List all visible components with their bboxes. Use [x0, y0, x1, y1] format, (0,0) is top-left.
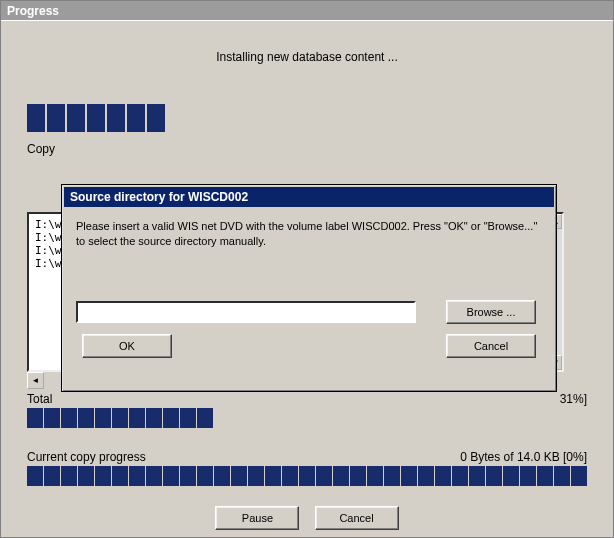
source-directory-dialog: Source directory for WISCD002 Please ins…: [61, 184, 557, 392]
progress-block: [112, 408, 128, 428]
progress-block: [27, 466, 43, 486]
dialog-titlebar: Source directory for WISCD002: [64, 187, 554, 207]
progress-block: [452, 466, 468, 486]
progress-block: [95, 466, 111, 486]
progress-block: [384, 466, 400, 486]
total-progress-label: Total: [27, 392, 52, 406]
progress-block: [214, 466, 230, 486]
scroll-left-icon[interactable]: ◄: [27, 372, 44, 389]
progress-block: [61, 408, 77, 428]
progress-block: [333, 466, 349, 486]
dialog-title: Source directory for WISCD002: [70, 190, 248, 204]
progress-block: [180, 466, 196, 486]
progress-block: [67, 104, 85, 132]
progress-block: [180, 408, 196, 428]
progress-block: [129, 408, 145, 428]
dialog-message: Please insert a valid WIS net DVD with t…: [76, 219, 542, 250]
top-progress-bar: [27, 104, 613, 132]
browse-button[interactable]: Browse ...: [446, 300, 536, 324]
progress-block: [231, 466, 247, 486]
progress-block: [95, 408, 111, 428]
horizontal-scrollbar[interactable]: ◄: [27, 372, 44, 389]
source-directory-input[interactable]: [76, 301, 416, 323]
progress-block: [163, 466, 179, 486]
window-titlebar: Progress: [1, 1, 613, 21]
progress-block: [61, 466, 77, 486]
progress-block: [401, 466, 417, 486]
window-title: Progress: [7, 4, 59, 18]
total-progress-bar: [27, 408, 213, 428]
progress-block: [27, 104, 45, 132]
progress-block: [197, 466, 213, 486]
progress-block: [435, 466, 451, 486]
total-progress-percent: 31%]: [560, 392, 587, 406]
dialog-body: Please insert a valid WIS net DVD with t…: [62, 209, 556, 368]
dialog-cancel-button[interactable]: Cancel: [446, 334, 536, 358]
status-heading: Installing new database content ...: [1, 50, 613, 64]
progress-block: [129, 466, 145, 486]
progress-block: [503, 466, 519, 486]
dialog-input-row: Browse ...: [76, 300, 542, 324]
progress-block: [78, 408, 94, 428]
cancel-button[interactable]: Cancel: [315, 506, 399, 530]
progress-block: [537, 466, 553, 486]
dialog-button-row: OK Cancel: [76, 334, 542, 358]
progress-block: [146, 466, 162, 486]
progress-block: [486, 466, 502, 486]
progress-block: [112, 466, 128, 486]
progress-block: [78, 466, 94, 486]
progress-block: [27, 408, 43, 428]
progress-block: [469, 466, 485, 486]
progress-block: [147, 104, 165, 132]
current-progress-label: Current copy progress: [27, 450, 146, 464]
progress-block: [107, 104, 125, 132]
progress-block: [418, 466, 434, 486]
current-progress-bar: [27, 466, 587, 486]
progress-block: [520, 466, 536, 486]
progress-block: [44, 408, 60, 428]
progress-block: [127, 104, 145, 132]
progress-block: [197, 408, 213, 428]
copy-label: Copy: [27, 142, 613, 156]
progress-block: [367, 466, 383, 486]
progress-block: [265, 466, 281, 486]
progress-block: [282, 466, 298, 486]
progress-block: [163, 408, 179, 428]
bottom-button-row: Pause Cancel: [1, 506, 613, 530]
pause-button[interactable]: Pause: [215, 506, 299, 530]
progress-block: [44, 466, 60, 486]
progress-block: [571, 466, 587, 486]
progress-block: [87, 104, 105, 132]
progress-block: [554, 466, 570, 486]
progress-block: [299, 466, 315, 486]
progress-block: [248, 466, 264, 486]
ok-button[interactable]: OK: [82, 334, 172, 358]
progress-block: [47, 104, 65, 132]
progress-window: Progress Installing new database content…: [0, 0, 614, 538]
current-progress-bytes: 0 Bytes of 14.0 KB [0%]: [460, 450, 587, 464]
window-content: Installing new database content ... Copy…: [1, 22, 613, 537]
progress-block: [316, 466, 332, 486]
progress-block: [350, 466, 366, 486]
progress-block: [146, 408, 162, 428]
